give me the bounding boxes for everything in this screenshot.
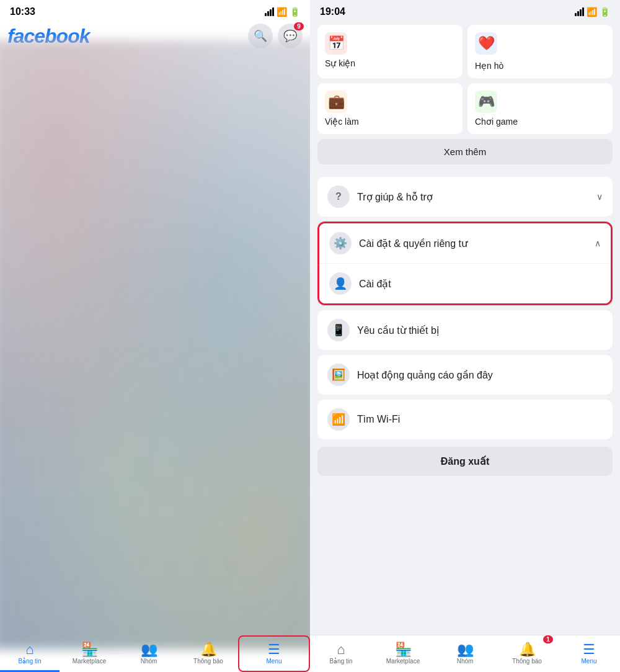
events-label: Sự kiện xyxy=(325,58,455,68)
right-status-bar: 19:04 📶 🔋 xyxy=(310,0,620,20)
jobs-icon: 💼 xyxy=(328,94,345,110)
wifi-row[interactable]: 📶 Tìm Wi-Fi xyxy=(317,400,613,439)
messenger-badge: 9 xyxy=(294,22,304,30)
device-request-row[interactable]: 📱 Yêu cầu từ thiết bị xyxy=(317,310,613,350)
ad-icon-container: 🖼️ xyxy=(327,364,350,386)
menu-grid: 📅 Sự kiện ❤️ Hẹn hò 💼 Việc làm 🎮 Chơi ga… xyxy=(310,20,620,139)
right-status-icons: 📶 🔋 xyxy=(575,7,610,17)
nav-item-menu[interactable]: ☰ Menu xyxy=(238,635,310,672)
device-request-label: Yêu cầu từ thiết bị xyxy=(357,325,439,336)
right-notifications-icon: 🔔 xyxy=(519,643,536,656)
gaming-icon: 🎮 xyxy=(478,94,495,110)
notifications-icon: 🔔 xyxy=(200,643,217,656)
gaming-icon-container: 🎮 xyxy=(475,91,497,113)
battery-icon: 🔋 xyxy=(290,7,300,17)
left-status-bar: 10:33 📶 🔋 xyxy=(0,0,310,20)
help-chevron-icon: ∨ xyxy=(596,192,603,202)
help-label: Trợ giúp & hỗ trợ xyxy=(357,191,433,203)
menu-icon: ☰ xyxy=(268,643,280,656)
right-signal-icon xyxy=(575,7,584,16)
nav-label-notifications: Thông báo xyxy=(193,658,223,665)
nav-item-home[interactable]: ⌂ Bảng tin xyxy=(0,635,60,672)
right-nav-home[interactable]: ⌂ Bảng tin xyxy=(310,635,372,672)
settings-chevron-icon: ∧ xyxy=(595,238,601,248)
wifi-find-icon: 📶 xyxy=(332,413,345,426)
home-icon: ⌂ xyxy=(25,643,33,656)
settings-sub-row[interactable]: 👤 Cài đặt xyxy=(319,263,611,303)
help-support-left: ? Trợ giúp & hỗ trợ xyxy=(327,186,433,208)
settings-header-label: Cài đặt & quyền riêng tư xyxy=(359,238,467,249)
wifi-icon: 📶 xyxy=(277,7,287,17)
left-status-icons: 📶 🔋 xyxy=(265,7,300,17)
settings-gear-icon: ⚙️ xyxy=(334,236,347,250)
jobs-label: Việc làm xyxy=(325,117,455,127)
settings-label: Cài đặt xyxy=(359,278,391,290)
menu-card-dating[interactable]: ❤️ Hẹn hò xyxy=(467,25,613,78)
nav-label-home: Bảng tin xyxy=(18,658,41,665)
settings-icon-container: ⚙️ xyxy=(329,232,352,254)
see-more-button[interactable]: Xem thêm xyxy=(317,139,613,164)
ad-activity-left: 🖼️ Hoạt động quảng cáo gần đây xyxy=(327,364,493,386)
device-icon-container: 📱 xyxy=(327,319,350,341)
left-time: 10:33 xyxy=(10,6,35,17)
left-bottom-nav: ⌂ Bảng tin 🏪 Marketplace 👥 Nhóm 🔔 Thông … xyxy=(0,635,310,672)
ad-activity-row[interactable]: 🖼️ Hoạt động quảng cáo gần đây xyxy=(317,355,613,395)
events-icon-container: 📅 xyxy=(325,32,347,55)
menu-card-jobs[interactable]: 💼 Việc làm xyxy=(317,83,463,134)
dating-icon-container: ❤️ xyxy=(475,32,497,55)
left-panel: 10:33 📶 🔋 facebook 🔍 💬 9 xyxy=(0,0,310,672)
right-menu-icon: ☰ xyxy=(583,643,595,656)
nav-label-marketplace: Marketplace xyxy=(73,658,106,665)
device-request-left: 📱 Yêu cầu từ thiết bị xyxy=(327,319,439,341)
right-nav-marketplace[interactable]: 🏪 Marketplace xyxy=(372,635,434,672)
ad-icon: 🖼️ xyxy=(332,368,345,382)
right-nav-menu[interactable]: ☰ Menu xyxy=(558,635,620,672)
dating-icon: ❤️ xyxy=(478,35,495,52)
jobs-icon-container: 💼 xyxy=(325,91,347,113)
spacer xyxy=(310,481,620,635)
settings-user-icon: 👤 xyxy=(334,277,347,290)
settings-header-row[interactable]: ⚙️ Cài đặt & quyền riêng tư ∧ xyxy=(319,223,611,263)
device-icon: 📱 xyxy=(332,323,345,337)
see-more-label: Xem thêm xyxy=(444,146,486,157)
right-notifications-badge: 1 xyxy=(543,635,553,643)
nav-item-groups[interactable]: 👥 Nhóm xyxy=(119,635,179,672)
right-nav-groups[interactable]: 👥 Nhóm xyxy=(434,635,496,672)
right-nav-notifications[interactable]: 🔔 Thông báo 1 xyxy=(496,635,558,672)
settings-header-left: ⚙️ Cài đặt & quyền riêng tư xyxy=(329,232,467,254)
dating-label: Hẹn hò xyxy=(475,61,605,71)
ad-activity-label: Hoạt động quảng cáo gần đây xyxy=(357,369,493,381)
right-nav-label-groups: Nhóm xyxy=(457,658,474,665)
logout-button[interactable]: Đăng xuất xyxy=(317,447,613,476)
right-nav-label-notifications: Thông báo xyxy=(512,658,542,665)
wifi-icon-container: 📶 xyxy=(327,408,350,431)
right-bottom-nav: ⌂ Bảng tin 🏪 Marketplace 👥 Nhóm 🔔 Thông … xyxy=(310,635,620,672)
feed-content xyxy=(0,40,310,650)
right-battery-icon: 🔋 xyxy=(600,7,610,17)
right-nav-label-marketplace: Marketplace xyxy=(386,658,420,665)
nav-label-menu: Menu xyxy=(266,658,281,665)
events-icon: 📅 xyxy=(328,35,345,52)
help-support-row[interactable]: ? Trợ giúp & hỗ trợ ∨ xyxy=(317,177,613,217)
right-home-icon: ⌂ xyxy=(337,643,345,656)
groups-icon: 👥 xyxy=(141,643,157,656)
menu-card-events[interactable]: 📅 Sự kiện xyxy=(317,25,463,78)
right-nav-label-home: Bảng tin xyxy=(329,658,352,665)
right-wifi-icon: 📶 xyxy=(587,7,597,17)
wifi-label: Tìm Wi-Fi xyxy=(357,414,400,425)
right-marketplace-icon: 🏪 xyxy=(395,643,412,656)
marketplace-icon: 🏪 xyxy=(81,643,98,656)
right-panel: 19:04 📶 🔋 📅 Sự kiện ❤️ Hẹn hò xyxy=(310,0,620,672)
right-nav-label-menu: Menu xyxy=(581,658,596,665)
nav-item-notifications[interactable]: 🔔 Thông báo xyxy=(179,635,238,672)
nav-item-marketplace[interactable]: 🏪 Marketplace xyxy=(60,635,119,672)
logout-label: Đăng xuất xyxy=(441,456,489,467)
help-icon: ? xyxy=(335,191,342,202)
signal-icon xyxy=(265,7,274,16)
right-time: 19:04 xyxy=(320,6,345,17)
settings-user-icon-container: 👤 xyxy=(329,272,352,295)
menu-card-gaming[interactable]: 🎮 Chơi game xyxy=(467,83,613,134)
divider-1 xyxy=(310,169,620,174)
settings-section: ⚙️ Cài đặt & quyền riêng tư ∧ 👤 Cài đặt xyxy=(317,222,613,305)
gaming-label: Chơi game xyxy=(475,117,605,127)
